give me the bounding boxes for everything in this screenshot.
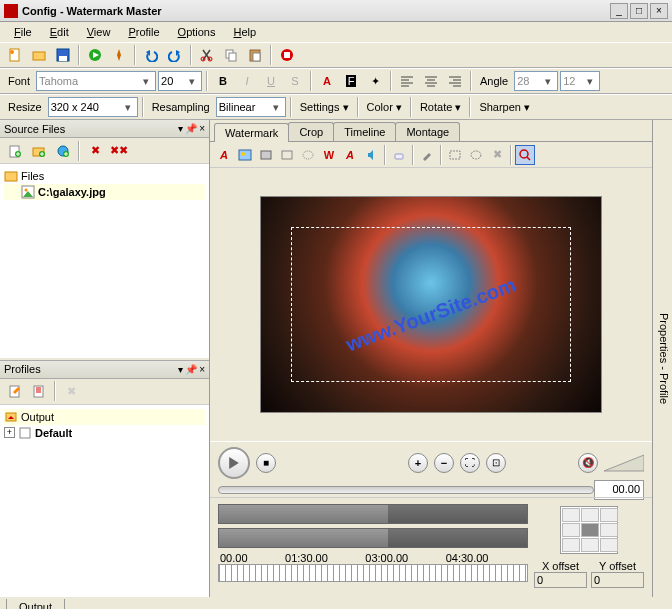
minimize-button[interactable]: _: [610, 3, 628, 19]
pos-br[interactable]: [600, 538, 618, 552]
position-grid[interactable]: [560, 506, 618, 554]
menu-view[interactable]: View: [79, 24, 119, 40]
save-icon[interactable]: [52, 44, 74, 66]
maximize-button[interactable]: □: [630, 3, 648, 19]
undo-icon[interactable]: [140, 44, 162, 66]
delete-profile-icon[interactable]: ✖: [60, 380, 82, 402]
align-right-icon[interactable]: [444, 70, 466, 92]
menu-options[interactable]: Options: [170, 24, 224, 40]
tree-output[interactable]: Output: [4, 409, 205, 425]
cut-icon[interactable]: [196, 44, 218, 66]
strike-icon[interactable]: S: [284, 70, 306, 92]
new-icon[interactable]: [4, 44, 26, 66]
tab-crop[interactable]: Crop: [288, 122, 334, 141]
pos-ml[interactable]: [562, 523, 580, 537]
panel-close-icon[interactable]: ×: [199, 364, 205, 375]
y-offset-input[interactable]: [591, 572, 644, 588]
zoom-out-button[interactable]: −: [434, 453, 454, 473]
mute-button[interactable]: 🔇: [578, 453, 598, 473]
paste-icon[interactable]: [244, 44, 266, 66]
menu-file[interactable]: File: [6, 24, 40, 40]
zoom-icon[interactable]: [515, 145, 535, 165]
actual-size-button[interactable]: ⊡: [486, 453, 506, 473]
tab-watermark[interactable]: Watermark: [214, 123, 289, 142]
canvas[interactable]: www.YourSite.com: [210, 168, 652, 441]
ellipse-icon[interactable]: [298, 145, 318, 165]
pos-bl[interactable]: [562, 538, 580, 552]
tab-timeline[interactable]: Timeline: [333, 122, 396, 141]
align-center-icon[interactable]: [420, 70, 442, 92]
effects-icon[interactable]: ✦: [364, 70, 386, 92]
anim-text-icon[interactable]: A: [340, 145, 360, 165]
font-family-combo[interactable]: Tahoma▾: [36, 71, 156, 91]
stop-icon[interactable]: [276, 44, 298, 66]
extra-combo[interactable]: 12▾: [560, 71, 600, 91]
marker-icon[interactable]: [417, 145, 437, 165]
audio-icon[interactable]: [361, 145, 381, 165]
align-left-icon[interactable]: [396, 70, 418, 92]
add-url-icon[interactable]: [52, 140, 74, 162]
text-wm-icon[interactable]: A: [214, 145, 234, 165]
add-folder-icon[interactable]: [28, 140, 50, 162]
tab-montage[interactable]: Montage: [395, 122, 460, 141]
underline-icon[interactable]: U: [260, 70, 282, 92]
properties-panel-tab[interactable]: Properties - Profile: [652, 120, 672, 597]
edit-profile-icon[interactable]: [28, 380, 50, 402]
volume-slider[interactable]: [604, 453, 644, 473]
wizard-icon[interactable]: [108, 44, 130, 66]
sharpen-dropdown[interactable]: Sharpen ▾: [475, 101, 534, 114]
color-dropdown[interactable]: Color ▾: [363, 101, 406, 114]
pin-icon[interactable]: 📌: [185, 364, 197, 375]
angle-combo[interactable]: 28▾: [514, 71, 558, 91]
bold-icon[interactable]: B: [212, 70, 234, 92]
menu-profile[interactable]: Profile: [120, 24, 167, 40]
play-button[interactable]: [218, 447, 250, 479]
redo-icon[interactable]: [164, 44, 186, 66]
output-tab[interactable]: Output: [6, 599, 65, 609]
zoom-in-button[interactable]: +: [408, 453, 428, 473]
font-bg-icon[interactable]: F: [340, 70, 362, 92]
sel-ellipse-icon[interactable]: [466, 145, 486, 165]
pos-mr[interactable]: [600, 523, 618, 537]
sel-rect-icon[interactable]: [445, 145, 465, 165]
profiles-tree[interactable]: Output + Default: [0, 405, 209, 598]
tree-file-item[interactable]: C:\galaxy.jpg: [4, 184, 205, 200]
seek-slider[interactable]: [218, 486, 594, 494]
new-project-icon[interactable]: [28, 44, 50, 66]
tree-root-files[interactable]: Files: [4, 168, 205, 184]
menu-help[interactable]: Help: [225, 24, 264, 40]
font-color-icon[interactable]: A: [316, 70, 338, 92]
panel-close-icon[interactable]: ×: [199, 123, 205, 134]
remove-all-icon[interactable]: ✖✖: [108, 140, 130, 162]
copy-icon[interactable]: [220, 44, 242, 66]
resampling-combo[interactable]: Bilinear▾: [216, 97, 286, 117]
timeline-ruler[interactable]: [218, 564, 528, 582]
run-icon[interactable]: [84, 44, 106, 66]
files-tree[interactable]: Files C:\galaxy.jpg: [0, 164, 209, 357]
pos-bc[interactable]: [581, 538, 599, 552]
resize-combo[interactable]: 320 x 240▾: [48, 97, 138, 117]
expand-icon[interactable]: +: [4, 427, 15, 438]
remove-icon[interactable]: ✖: [84, 140, 106, 162]
preview-image[interactable]: www.YourSite.com: [261, 197, 601, 412]
pos-mc[interactable]: [581, 523, 599, 537]
font-size-combo[interactable]: 20▾: [158, 71, 202, 91]
add-file-icon[interactable]: [4, 140, 26, 162]
pos-tc[interactable]: [581, 508, 599, 522]
pos-tl[interactable]: [562, 508, 580, 522]
image-wm-icon[interactable]: [235, 145, 255, 165]
video-wm-icon[interactable]: [256, 145, 276, 165]
rect-icon[interactable]: [277, 145, 297, 165]
panel-dropdown-icon[interactable]: ▾: [178, 364, 183, 375]
tree-default[interactable]: + Default: [4, 425, 205, 441]
new-profile-icon[interactable]: [4, 380, 26, 402]
menu-edit[interactable]: Edit: [42, 24, 77, 40]
clear-sel-icon[interactable]: ✖: [487, 145, 507, 165]
pos-tr[interactable]: [600, 508, 618, 522]
panel-dropdown-icon[interactable]: ▾: [178, 123, 183, 134]
timeline[interactable]: 00.00 01:30.00 03:00.00 04:30.00: [218, 504, 528, 591]
close-button[interactable]: ×: [650, 3, 668, 19]
stop-button[interactable]: ■: [256, 453, 276, 473]
rotate-dropdown[interactable]: Rotate ▾: [416, 101, 465, 114]
pin-icon[interactable]: 📌: [185, 123, 197, 134]
